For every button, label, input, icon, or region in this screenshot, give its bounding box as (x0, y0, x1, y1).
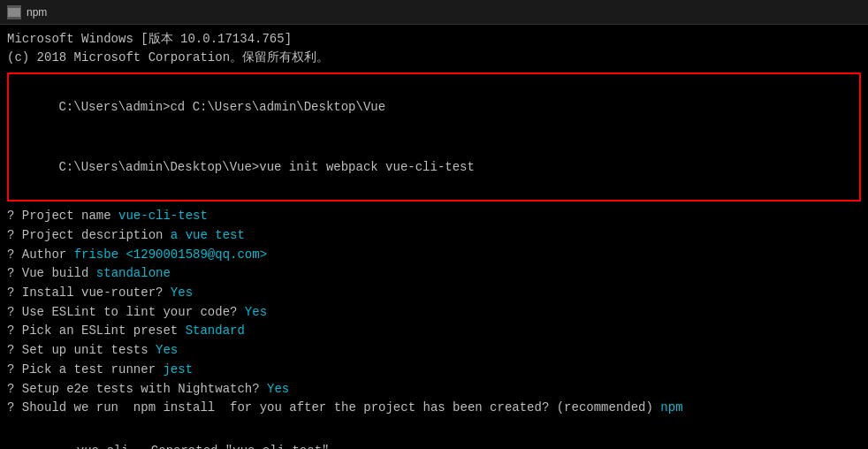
generated-prefix: vue-cli · Generated (55, 444, 225, 449)
q-line-7: ? Pick an ESLint preset Standard (7, 322, 861, 341)
cmd2-line: C:\Users\admin\Desktop\Vue>vue init webp… (14, 137, 854, 196)
generated-text: "vue-cli-test". (225, 444, 337, 449)
q-line-4: ? Vue build standalone (7, 264, 861, 284)
generated-line: vue-cli · Generated "vue-cli-test". (7, 422, 861, 449)
cmd2-command: vue init webpack vue-cli-test (259, 160, 475, 174)
q-line-8: ? Set up unit tests Yes (7, 341, 861, 361)
q-line-6: ? Use ESLint to lint your code? Yes (7, 303, 861, 323)
svg-rect-2 (10, 11, 13, 11)
q-line-11: ? Should we run npm install for you afte… (7, 399, 861, 418)
sys-line-2: (c) 2018 Microsoft Corporation。保留所有权利。 (7, 49, 861, 67)
terminal-body: Microsoft Windows [版本 10.0.17134.765] (c… (0, 25, 868, 449)
title-bar: npm (0, 0, 868, 25)
sys-line-1: Microsoft Windows [版本 10.0.17134.765] (7, 30, 861, 49)
app-icon (7, 5, 21, 19)
svg-rect-3 (10, 12, 15, 13)
title-bar-title: npm (27, 6, 47, 19)
q-line-9: ? Pick a test runner jest (7, 361, 861, 380)
q-line-5: ? Install vue-router? Yes (7, 284, 861, 303)
q-line-3: ? Author frisbe <1290001589@qq.com> (7, 246, 861, 265)
cmd2-prompt: C:\Users\admin\Desktop\Vue> (58, 160, 259, 174)
q-line-10: ? Setup e2e tests with Nightwatch? Yes (7, 380, 861, 400)
cmd1-command: cd C:\Users\admin\Desktop\Vue (170, 100, 385, 114)
cmd1-prompt: C:\Users\admin> (58, 100, 170, 114)
cmd1-line: C:\Users\admin>cd C:\Users\admin\Desktop… (14, 78, 854, 137)
q-line-1: ? Project name vue-cli-test (7, 207, 861, 226)
command-box: C:\Users\admin>cd C:\Users\admin\Desktop… (7, 72, 861, 202)
q-line-2: ? Project description a vue test (7, 226, 861, 246)
